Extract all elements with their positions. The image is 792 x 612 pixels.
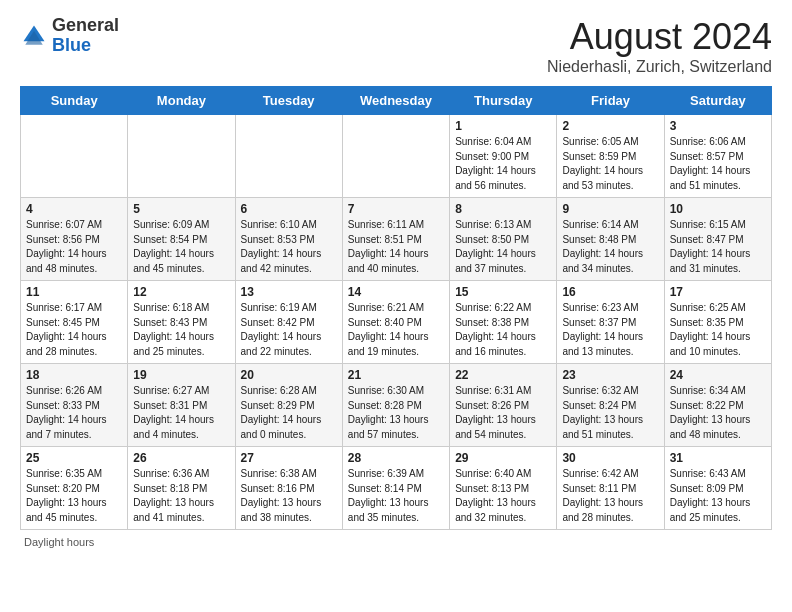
day-info: Sunrise: 6:05 AM Sunset: 8:59 PM Dayligh… bbox=[562, 135, 658, 193]
day-number: 3 bbox=[670, 119, 766, 133]
subtitle: Niederhasli, Zurich, Switzerland bbox=[547, 58, 772, 76]
calendar-cell bbox=[128, 115, 235, 198]
day-info: Sunrise: 6:21 AM Sunset: 8:40 PM Dayligh… bbox=[348, 301, 444, 359]
calendar-cell: 8Sunrise: 6:13 AM Sunset: 8:50 PM Daylig… bbox=[450, 198, 557, 281]
day-number: 25 bbox=[26, 451, 122, 465]
calendar-cell: 15Sunrise: 6:22 AM Sunset: 8:38 PM Dayli… bbox=[450, 281, 557, 364]
day-header-thursday: Thursday bbox=[450, 87, 557, 115]
footer-label: Daylight hours bbox=[24, 536, 94, 548]
calendar-cell: 4Sunrise: 6:07 AM Sunset: 8:56 PM Daylig… bbox=[21, 198, 128, 281]
day-number: 11 bbox=[26, 285, 122, 299]
calendar-cell: 21Sunrise: 6:30 AM Sunset: 8:28 PM Dayli… bbox=[342, 364, 449, 447]
day-number: 27 bbox=[241, 451, 337, 465]
day-number: 23 bbox=[562, 368, 658, 382]
day-info: Sunrise: 6:26 AM Sunset: 8:33 PM Dayligh… bbox=[26, 384, 122, 442]
day-info: Sunrise: 6:38 AM Sunset: 8:16 PM Dayligh… bbox=[241, 467, 337, 525]
day-header-saturday: Saturday bbox=[664, 87, 771, 115]
day-number: 21 bbox=[348, 368, 444, 382]
day-number: 18 bbox=[26, 368, 122, 382]
day-info: Sunrise: 6:09 AM Sunset: 8:54 PM Dayligh… bbox=[133, 218, 229, 276]
week-row-5: 25Sunrise: 6:35 AM Sunset: 8:20 PM Dayli… bbox=[21, 447, 772, 530]
day-number: 17 bbox=[670, 285, 766, 299]
main-title: August 2024 bbox=[547, 16, 772, 58]
calendar-cell: 9Sunrise: 6:14 AM Sunset: 8:48 PM Daylig… bbox=[557, 198, 664, 281]
day-info: Sunrise: 6:17 AM Sunset: 8:45 PM Dayligh… bbox=[26, 301, 122, 359]
day-number: 8 bbox=[455, 202, 551, 216]
day-number: 16 bbox=[562, 285, 658, 299]
calendar-cell: 7Sunrise: 6:11 AM Sunset: 8:51 PM Daylig… bbox=[342, 198, 449, 281]
day-number: 29 bbox=[455, 451, 551, 465]
day-header-tuesday: Tuesday bbox=[235, 87, 342, 115]
calendar-cell: 25Sunrise: 6:35 AM Sunset: 8:20 PM Dayli… bbox=[21, 447, 128, 530]
logo-general-text: General bbox=[52, 15, 119, 35]
day-info: Sunrise: 6:22 AM Sunset: 8:38 PM Dayligh… bbox=[455, 301, 551, 359]
calendar-cell: 14Sunrise: 6:21 AM Sunset: 8:40 PM Dayli… bbox=[342, 281, 449, 364]
logo-icon bbox=[20, 22, 48, 50]
day-info: Sunrise: 6:34 AM Sunset: 8:22 PM Dayligh… bbox=[670, 384, 766, 442]
day-info: Sunrise: 6:30 AM Sunset: 8:28 PM Dayligh… bbox=[348, 384, 444, 442]
day-info: Sunrise: 6:27 AM Sunset: 8:31 PM Dayligh… bbox=[133, 384, 229, 442]
calendar-cell: 13Sunrise: 6:19 AM Sunset: 8:42 PM Dayli… bbox=[235, 281, 342, 364]
day-number: 19 bbox=[133, 368, 229, 382]
day-info: Sunrise: 6:14 AM Sunset: 8:48 PM Dayligh… bbox=[562, 218, 658, 276]
calendar-cell: 29Sunrise: 6:40 AM Sunset: 8:13 PM Dayli… bbox=[450, 447, 557, 530]
calendar-cell: 26Sunrise: 6:36 AM Sunset: 8:18 PM Dayli… bbox=[128, 447, 235, 530]
logo-text: General Blue bbox=[52, 16, 119, 56]
calendar-cell: 22Sunrise: 6:31 AM Sunset: 8:26 PM Dayli… bbox=[450, 364, 557, 447]
day-number: 5 bbox=[133, 202, 229, 216]
day-number: 2 bbox=[562, 119, 658, 133]
calendar-cell: 28Sunrise: 6:39 AM Sunset: 8:14 PM Dayli… bbox=[342, 447, 449, 530]
day-info: Sunrise: 6:19 AM Sunset: 8:42 PM Dayligh… bbox=[241, 301, 337, 359]
day-number: 28 bbox=[348, 451, 444, 465]
calendar-cell: 1Sunrise: 6:04 AM Sunset: 9:00 PM Daylig… bbox=[450, 115, 557, 198]
day-info: Sunrise: 6:31 AM Sunset: 8:26 PM Dayligh… bbox=[455, 384, 551, 442]
calendar-cell: 30Sunrise: 6:42 AM Sunset: 8:11 PM Dayli… bbox=[557, 447, 664, 530]
day-info: Sunrise: 6:42 AM Sunset: 8:11 PM Dayligh… bbox=[562, 467, 658, 525]
day-info: Sunrise: 6:11 AM Sunset: 8:51 PM Dayligh… bbox=[348, 218, 444, 276]
day-header-sunday: Sunday bbox=[21, 87, 128, 115]
logo-blue-text: Blue bbox=[52, 35, 91, 55]
calendar-cell: 24Sunrise: 6:34 AM Sunset: 8:22 PM Dayli… bbox=[664, 364, 771, 447]
day-number: 31 bbox=[670, 451, 766, 465]
calendar-cell: 17Sunrise: 6:25 AM Sunset: 8:35 PM Dayli… bbox=[664, 281, 771, 364]
day-info: Sunrise: 6:04 AM Sunset: 9:00 PM Dayligh… bbox=[455, 135, 551, 193]
day-number: 12 bbox=[133, 285, 229, 299]
day-number: 10 bbox=[670, 202, 766, 216]
calendar-cell: 20Sunrise: 6:28 AM Sunset: 8:29 PM Dayli… bbox=[235, 364, 342, 447]
week-row-4: 18Sunrise: 6:26 AM Sunset: 8:33 PM Dayli… bbox=[21, 364, 772, 447]
calendar-cell: 16Sunrise: 6:23 AM Sunset: 8:37 PM Dayli… bbox=[557, 281, 664, 364]
day-info: Sunrise: 6:06 AM Sunset: 8:57 PM Dayligh… bbox=[670, 135, 766, 193]
calendar-cell: 23Sunrise: 6:32 AM Sunset: 8:24 PM Dayli… bbox=[557, 364, 664, 447]
page: General Blue August 2024 Niederhasli, Zu… bbox=[0, 0, 792, 558]
day-info: Sunrise: 6:18 AM Sunset: 8:43 PM Dayligh… bbox=[133, 301, 229, 359]
day-number: 30 bbox=[562, 451, 658, 465]
calendar-cell: 18Sunrise: 6:26 AM Sunset: 8:33 PM Dayli… bbox=[21, 364, 128, 447]
day-number: 24 bbox=[670, 368, 766, 382]
week-row-3: 11Sunrise: 6:17 AM Sunset: 8:45 PM Dayli… bbox=[21, 281, 772, 364]
title-area: August 2024 Niederhasli, Zurich, Switzer… bbox=[547, 16, 772, 76]
day-header-monday: Monday bbox=[128, 87, 235, 115]
day-number: 15 bbox=[455, 285, 551, 299]
day-info: Sunrise: 6:35 AM Sunset: 8:20 PM Dayligh… bbox=[26, 467, 122, 525]
logo: General Blue bbox=[20, 16, 119, 56]
calendar-cell: 3Sunrise: 6:06 AM Sunset: 8:57 PM Daylig… bbox=[664, 115, 771, 198]
day-info: Sunrise: 6:10 AM Sunset: 8:53 PM Dayligh… bbox=[241, 218, 337, 276]
day-info: Sunrise: 6:07 AM Sunset: 8:56 PM Dayligh… bbox=[26, 218, 122, 276]
calendar-cell bbox=[342, 115, 449, 198]
day-info: Sunrise: 6:36 AM Sunset: 8:18 PM Dayligh… bbox=[133, 467, 229, 525]
day-number: 6 bbox=[241, 202, 337, 216]
day-info: Sunrise: 6:40 AM Sunset: 8:13 PM Dayligh… bbox=[455, 467, 551, 525]
day-number: 9 bbox=[562, 202, 658, 216]
day-info: Sunrise: 6:23 AM Sunset: 8:37 PM Dayligh… bbox=[562, 301, 658, 359]
calendar-cell bbox=[21, 115, 128, 198]
day-info: Sunrise: 6:28 AM Sunset: 8:29 PM Dayligh… bbox=[241, 384, 337, 442]
calendar-cell: 27Sunrise: 6:38 AM Sunset: 8:16 PM Dayli… bbox=[235, 447, 342, 530]
header-row: SundayMondayTuesdayWednesdayThursdayFrid… bbox=[21, 87, 772, 115]
day-info: Sunrise: 6:25 AM Sunset: 8:35 PM Dayligh… bbox=[670, 301, 766, 359]
calendar-cell: 12Sunrise: 6:18 AM Sunset: 8:43 PM Dayli… bbox=[128, 281, 235, 364]
day-number: 4 bbox=[26, 202, 122, 216]
calendar-cell: 19Sunrise: 6:27 AM Sunset: 8:31 PM Dayli… bbox=[128, 364, 235, 447]
calendar-table: SundayMondayTuesdayWednesdayThursdayFrid… bbox=[20, 86, 772, 530]
day-number: 22 bbox=[455, 368, 551, 382]
week-row-2: 4Sunrise: 6:07 AM Sunset: 8:56 PM Daylig… bbox=[21, 198, 772, 281]
